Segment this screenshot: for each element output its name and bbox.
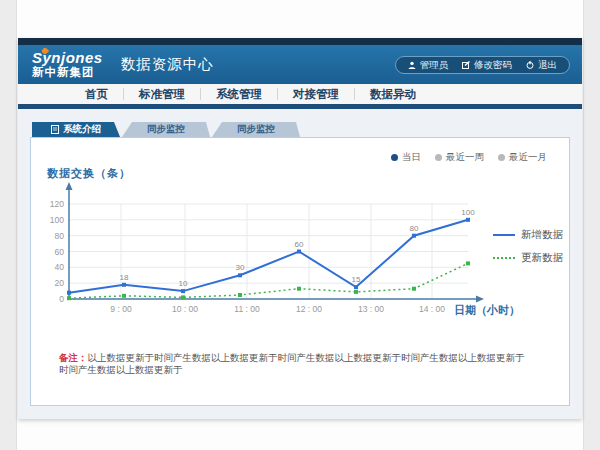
- chart-legend: 新增数据 更新数据: [493, 228, 563, 265]
- svg-text:80: 80: [55, 231, 65, 241]
- svg-text:13 : 00: 13 : 00: [358, 304, 384, 314]
- svg-text:10: 10: [179, 279, 188, 288]
- svg-text:10 : 00: 10 : 00: [172, 304, 198, 314]
- radio-last-month[interactable]: 最近一月: [498, 151, 547, 164]
- footnote: 备注：以上数据更新于时间产生数据以上数据更新于时间产生数据以上数据更新于时间产生…: [59, 352, 529, 377]
- svg-text:0: 0: [59, 294, 64, 304]
- tab-label: 同步监控: [147, 123, 185, 136]
- document-icon: [51, 125, 59, 134]
- legend-label: 新增数据: [521, 228, 563, 242]
- edit-icon: [462, 61, 470, 69]
- tab-sync-monitor-1[interactable]: 同步监控: [122, 122, 210, 137]
- svg-text:120: 120: [50, 199, 64, 209]
- user-icon: [408, 61, 416, 69]
- nav-item-standard-mgmt[interactable]: 标准管理: [124, 87, 200, 102]
- legend-new-data: 新增数据: [493, 228, 563, 242]
- user-menu: 管理员 修改密码 退出: [395, 56, 571, 74]
- svg-text:40: 40: [55, 262, 65, 272]
- admin-user-label: 管理员: [420, 59, 449, 72]
- svg-text:18: 18: [120, 273, 129, 282]
- tab-label: 系统介绍: [63, 123, 101, 136]
- chart-panel: 当日 最近一周 最近一月 数据交换（条） 0204060801001209 : …: [30, 137, 570, 406]
- logo-sub-text: 新中新集团: [32, 67, 103, 79]
- main-nav: 首页 标准管理 系统管理 对接管理 数据异动: [18, 84, 582, 109]
- line-chart: 0204060801001209 : 0010 : 0011 : 0012 : …: [31, 178, 571, 338]
- svg-text:12 : 00: 12 : 00: [296, 304, 322, 314]
- radio-dot-icon: [391, 154, 398, 161]
- legend-label: 更新数据: [521, 251, 563, 265]
- svg-text:60: 60: [295, 240, 304, 249]
- admin-user-button[interactable]: 管理员: [408, 59, 449, 72]
- change-password-button[interactable]: 修改密码: [462, 59, 512, 72]
- footnote-prefix: 备注：: [59, 352, 88, 363]
- svg-text:60: 60: [55, 247, 65, 257]
- header: Synjones 新中新集团 数据资源中心 管理员 修改密码 退出: [18, 45, 582, 84]
- tab-bar: 系统介绍 同步监控 同步监控: [32, 122, 302, 137]
- radio-label: 最近一月: [509, 151, 547, 164]
- radio-dot-icon: [435, 154, 442, 161]
- radio-dot-icon: [498, 154, 505, 161]
- content-area: 系统介绍 同步监控 同步监控 当日 最近一周 最近一月 数据交换（条） 0204…: [18, 109, 582, 414]
- logout-button[interactable]: 退出: [526, 59, 557, 72]
- legend-dotted-line-icon: [493, 257, 515, 259]
- radio-today[interactable]: 当日: [391, 151, 421, 164]
- legend-solid-line-icon: [493, 234, 515, 236]
- nav-item-system-mgmt[interactable]: 系统管理: [201, 87, 277, 102]
- svg-text:20: 20: [55, 278, 65, 288]
- svg-text:14 : 00: 14 : 00: [419, 304, 445, 314]
- svg-text:11 : 00: 11 : 00: [234, 304, 260, 314]
- svg-text:100: 100: [461, 208, 475, 217]
- svg-text:9 : 00: 9 : 00: [110, 304, 132, 314]
- legend-update-data: 更新数据: [493, 251, 563, 265]
- power-icon: [526, 61, 534, 69]
- svg-text:100: 100: [50, 215, 64, 225]
- radio-last-week[interactable]: 最近一周: [435, 151, 484, 164]
- nav-item-data-change[interactable]: 数据异动: [355, 87, 431, 102]
- app-window: Synjones 新中新集团 数据资源中心 管理员 修改密码 退出 首页 标准管…: [18, 38, 582, 419]
- top-strip: [18, 38, 582, 45]
- logout-label: 退出: [538, 59, 557, 72]
- tab-system-intro[interactable]: 系统介绍: [32, 122, 120, 137]
- page-gutter-left: [0, 0, 17, 450]
- svg-text:30: 30: [236, 263, 245, 272]
- svg-text:80: 80: [410, 224, 419, 233]
- change-password-label: 修改密码: [474, 59, 512, 72]
- svg-text:15: 15: [352, 275, 361, 284]
- radio-label: 当日: [402, 151, 421, 164]
- page-title: 数据资源中心: [121, 55, 214, 74]
- tab-sync-monitor-2[interactable]: 同步监控: [212, 122, 300, 137]
- nav-item-integration-mgmt[interactable]: 对接管理: [278, 87, 354, 102]
- nav-item-home[interactable]: 首页: [70, 87, 123, 102]
- tab-label: 同步监控: [237, 123, 275, 136]
- radio-label: 最近一周: [446, 151, 484, 164]
- footnote-text: 以上数据更新于时间产生数据以上数据更新于时间产生数据以上数据更新于时间产生数据以…: [59, 352, 525, 375]
- company-logo: Synjones 新中新集团: [32, 50, 103, 79]
- page-gutter-right: [583, 0, 600, 450]
- time-range-radios: 当日 最近一周 最近一月: [391, 151, 547, 164]
